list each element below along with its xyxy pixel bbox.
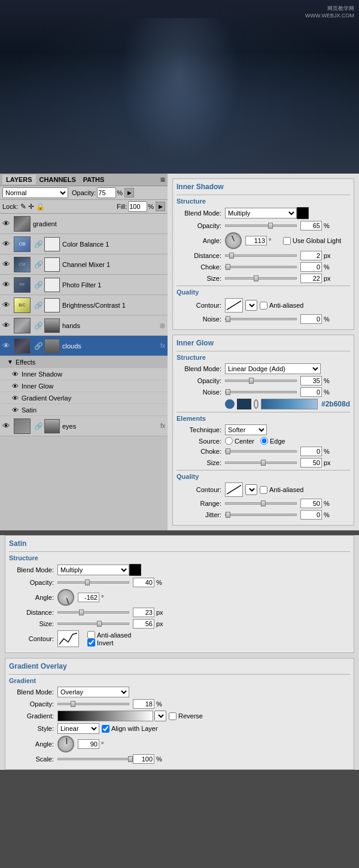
inner-shadow-global-light-cb[interactable]	[283, 237, 291, 245]
inner-glow-range-thumb[interactable]	[261, 500, 266, 506]
inner-glow-radio-gradient[interactable]	[254, 399, 258, 409]
inner-shadow-contour-dropdown[interactable]: ▼	[245, 300, 257, 311]
inner-shadow-antialiased-cb[interactable]	[260, 302, 267, 309]
inner-glow-antialiased-label[interactable]: Anti-aliased	[260, 486, 303, 494]
effect-row-innershadow[interactable]: 👁 Inner Shadow	[0, 368, 168, 380]
opacity-arrow[interactable]: ▶	[124, 188, 134, 198]
effect-vis-satin[interactable]: 👁	[12, 406, 22, 414]
layer-vis-gradient[interactable]: 👁	[2, 219, 12, 228]
satin-opacity-input[interactable]	[133, 578, 154, 587]
layer-row-channelmixer[interactable]: 👁 CM 🔗 Channel Mixer 1	[0, 254, 168, 275]
inner-shadow-noise-input[interactable]	[300, 314, 322, 324]
gradient-overlay-style-select[interactable]: Linear	[57, 723, 99, 734]
layer-vis-photofilter[interactable]: 👁	[2, 280, 12, 289]
inner-shadow-opacity-slider[interactable]	[225, 224, 297, 227]
inner-glow-edge-radio[interactable]	[260, 437, 268, 445]
inner-glow-choke-input[interactable]	[300, 447, 322, 456]
inner-shadow-opacity-input[interactable]	[300, 221, 322, 230]
inner-shadow-color-swatch[interactable]	[297, 207, 309, 219]
gradient-overlay-reverse-cb[interactable]	[169, 712, 177, 720]
inner-glow-center-label[interactable]: Center	[225, 437, 254, 445]
gradient-overlay-opacity-input[interactable]	[133, 699, 154, 709]
inner-glow-contour-dropdown[interactable]: ▼	[245, 484, 257, 495]
inner-glow-blend-select[interactable]: Linear Dodge (Add)	[225, 363, 321, 374]
layer-row-gradient[interactable]: 👁 gradient	[0, 214, 168, 234]
layer-row-colorbalance[interactable]: 👁 CB 🔗 Color Balance 1	[0, 234, 168, 254]
layer-vis-eyes[interactable]: 👁	[2, 421, 12, 430]
inner-glow-opacity-slider[interactable]	[225, 380, 297, 382]
effect-row-gradientoverlay[interactable]: 👁 Gradient Overlay	[0, 392, 168, 404]
gradient-overlay-gradient-preview[interactable]	[57, 711, 153, 721]
panel-menu-icon[interactable]: ≡	[160, 175, 165, 184]
inner-shadow-noise-slider[interactable]	[225, 318, 297, 320]
inner-shadow-angle-dial[interactable]	[225, 232, 242, 249]
satin-opacity-thumb[interactable]	[85, 579, 90, 585]
inner-glow-choke-thumb[interactable]	[226, 448, 230, 454]
inner-shadow-size-thumb[interactable]	[254, 275, 258, 281]
inner-glow-color-swatch[interactable]	[237, 399, 251, 409]
layer-row-photofilter[interactable]: 👁 PF 🔗 Photo Filter 1	[0, 275, 168, 295]
layer-vis-clouds[interactable]: 👁	[2, 341, 12, 350]
inner-glow-noise-thumb[interactable]	[226, 389, 230, 395]
inner-glow-antialiased-cb[interactable]	[260, 486, 267, 494]
opacity-input[interactable]	[97, 187, 116, 198]
blend-mode-select[interactable]: Normal	[2, 187, 68, 198]
inner-shadow-choke-input[interactable]	[300, 262, 322, 272]
satin-size-input[interactable]	[133, 619, 154, 629]
layer-row-clouds[interactable]: 👁 🔗 clouds fx	[0, 336, 168, 356]
inner-glow-opacity-thumb[interactable]	[249, 378, 254, 384]
tab-paths[interactable]: PATHS	[80, 175, 108, 184]
inner-shadow-opacity-thumb[interactable]	[268, 223, 273, 229]
inner-glow-technique-select[interactable]: Softer	[225, 424, 267, 435]
inner-glow-edge-label[interactable]: Edge	[260, 437, 285, 445]
gradient-overlay-align-label[interactable]: Align with Layer	[102, 725, 158, 733]
satin-angle-input[interactable]	[78, 593, 99, 602]
satin-antialiased-cb[interactable]	[87, 631, 95, 639]
inner-glow-noise-input[interactable]	[300, 387, 322, 397]
lock-move-icon[interactable]: ✛	[28, 202, 34, 211]
gradient-overlay-opacity-slider[interactable]	[57, 703, 129, 705]
inner-glow-size-input[interactable]	[300, 458, 322, 468]
inner-shadow-distance-input[interactable]	[300, 251, 322, 260]
inner-glow-range-slider[interactable]	[225, 502, 297, 505]
gradient-overlay-reverse-label[interactable]: Reverse	[169, 712, 203, 720]
satin-distance-input[interactable]	[133, 608, 154, 617]
inner-glow-jitter-thumb[interactable]	[226, 512, 230, 518]
layer-row-brightness[interactable]: 👁 B/C 🔗 Brightness/Contrast 1	[0, 295, 168, 315]
inner-glow-contour-preview[interactable]	[225, 482, 243, 497]
tab-channels[interactable]: CHANNELS	[36, 175, 80, 184]
layer-row-hands[interactable]: 👁 🔗 hands ◎	[0, 315, 168, 336]
gradient-overlay-align-cb[interactable]	[102, 725, 109, 733]
layer-vis-hands[interactable]: 👁	[2, 321, 12, 330]
inner-glow-noise-slider[interactable]	[225, 391, 297, 393]
tab-layers[interactable]: LAYERS	[2, 175, 36, 184]
satin-distance-slider[interactable]	[57, 611, 129, 614]
satin-distance-thumb[interactable]	[79, 609, 84, 615]
inner-shadow-antialiased-label[interactable]: Anti-aliased	[260, 302, 303, 309]
effect-vis-innershadow[interactable]: 👁	[12, 371, 22, 378]
inner-shadow-angle-input[interactable]	[245, 236, 267, 245]
layer-row-eyes[interactable]: 👁 🔗 eyes fx	[0, 416, 168, 436]
gradient-overlay-blend-select[interactable]: Overlay	[57, 687, 129, 697]
satin-invert-cb[interactable]	[87, 639, 95, 647]
gradient-overlay-scale-slider[interactable]	[57, 758, 129, 760]
inner-shadow-noise-thumb[interactable]	[226, 316, 230, 322]
inner-shadow-choke-thumb[interactable]	[226, 264, 230, 270]
satin-size-thumb[interactable]	[97, 621, 102, 627]
inner-shadow-contour-preview[interactable]	[225, 298, 243, 312]
gradient-overlay-gradient-dropdown[interactable]: ▼	[154, 711, 166, 721]
satin-color-swatch[interactable]	[129, 564, 141, 576]
satin-invert-label[interactable]: Invert	[87, 639, 131, 647]
inner-shadow-distance-slider[interactable]	[225, 254, 297, 257]
inner-glow-radio-color[interactable]	[225, 399, 235, 409]
effect-vis-innerglow[interactable]: 👁	[12, 383, 22, 390]
inner-shadow-distance-thumb[interactable]	[229, 253, 234, 259]
satin-contour-preview[interactable]	[57, 630, 79, 647]
layer-vis-channelmixer[interactable]: 👁	[2, 260, 12, 269]
inner-glow-range-input[interactable]	[300, 499, 322, 508]
inner-glow-size-slider[interactable]	[225, 462, 297, 464]
inner-glow-gradient-bar[interactable]	[261, 399, 318, 409]
inner-shadow-size-slider[interactable]	[225, 277, 297, 280]
inner-glow-center-radio[interactable]	[225, 437, 233, 445]
layer-vis-brightness[interactable]: 👁	[2, 301, 12, 309]
